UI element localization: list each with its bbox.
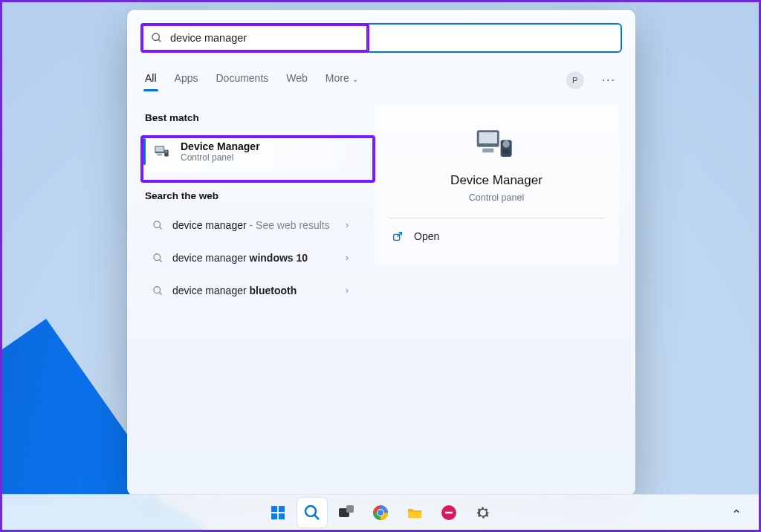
svg-line-8 — [159, 227, 161, 229]
svg-point-0 — [152, 33, 159, 40]
app-icon — [440, 504, 458, 522]
search-input-container[interactable] — [140, 23, 622, 53]
gear-icon — [474, 504, 492, 522]
svg-point-5 — [165, 150, 167, 152]
chevron-right-icon: › — [346, 285, 349, 296]
svg-rect-23 — [279, 513, 285, 519]
web-result-suffix: windows 10 — [250, 252, 308, 264]
open-action[interactable]: Open — [389, 218, 604, 254]
taskbar-app-chrome[interactable] — [366, 498, 395, 528]
svg-line-10 — [159, 259, 161, 262]
more-options-button[interactable]: ··· — [599, 74, 619, 87]
chrome-icon — [372, 504, 389, 522]
chevron-down-icon: ⌄ — [352, 75, 358, 83]
taskbar-app-explorer[interactable] — [400, 498, 430, 528]
web-result-text: device manager — [172, 285, 250, 296]
svg-rect-3 — [155, 147, 163, 152]
tab-documents[interactable]: Documents — [214, 69, 270, 91]
chevron-up-icon — [732, 507, 741, 516]
best-match-title: Device Manager — [181, 140, 260, 152]
search-tabs: All Apps Documents Web More⌄ P ··· — [127, 56, 635, 91]
svg-point-16 — [502, 140, 509, 147]
search-icon — [152, 285, 163, 296]
result-preview-card: Device Manager Control panel Open — [374, 103, 619, 265]
taskbar-app-settings[interactable] — [468, 498, 498, 528]
svg-line-12 — [159, 292, 161, 294]
web-result-suffix: - See web results — [247, 219, 330, 231]
system-tray — [726, 494, 747, 530]
tab-web[interactable]: Web — [285, 69, 309, 91]
start-button[interactable] — [263, 498, 293, 528]
taskbar-app-generic[interactable] — [434, 498, 464, 528]
open-label: Open — [414, 230, 439, 242]
preview-subtitle: Control panel — [469, 192, 524, 203]
web-result-text: device manager — [172, 252, 250, 264]
tab-all[interactable]: All — [143, 69, 158, 91]
tab-more[interactable]: More⌄ — [324, 69, 360, 91]
folder-icon — [406, 504, 424, 522]
preview-column: Device Manager Control panel Open — [357, 99, 635, 496]
best-match-result[interactable]: Device Manager Control panel — [143, 131, 357, 172]
device-manager-icon — [152, 142, 172, 161]
svg-rect-27 — [346, 505, 354, 513]
svg-line-25 — [315, 515, 320, 519]
web-result-2[interactable]: device manager bluetooth › — [143, 274, 357, 307]
search-icon — [152, 253, 163, 264]
search-flyout: All Apps Documents Web More⌄ P ··· Best … — [127, 10, 635, 496]
device-manager-large-icon — [474, 124, 519, 164]
user-avatar[interactable]: P — [566, 71, 584, 89]
taskbar-search-button[interactable] — [297, 498, 327, 528]
svg-rect-22 — [271, 513, 277, 519]
web-result-0[interactable]: device manager - See web results › — [143, 209, 357, 241]
best-match-subtitle: Control panel — [181, 152, 260, 163]
open-external-icon — [392, 230, 404, 242]
web-result-text: device manager — [172, 219, 247, 231]
task-view-icon — [337, 504, 355, 522]
task-view-button[interactable] — [331, 498, 361, 528]
svg-rect-17 — [503, 150, 509, 155]
svg-rect-14 — [479, 132, 497, 143]
svg-rect-6 — [158, 154, 163, 155]
svg-point-9 — [154, 253, 161, 260]
svg-point-11 — [154, 286, 161, 293]
svg-line-1 — [158, 39, 161, 42]
search-icon — [303, 504, 321, 522]
search-icon — [152, 220, 163, 231]
chevron-right-icon: › — [346, 220, 349, 230]
preview-title: Device Manager — [450, 173, 543, 188]
svg-rect-20 — [271, 506, 277, 512]
svg-rect-21 — [279, 506, 285, 512]
search-input[interactable] — [170, 32, 612, 44]
svg-point-33 — [378, 510, 383, 516]
svg-point-7 — [154, 221, 161, 227]
best-match-heading: Best match — [143, 106, 357, 131]
web-result-1[interactable]: device manager windows 10 › — [143, 241, 357, 274]
web-result-suffix: bluetooth — [250, 285, 297, 296]
search-web-heading: Search the web — [143, 184, 357, 209]
tray-overflow-button[interactable] — [726, 504, 747, 521]
svg-point-24 — [305, 506, 316, 516]
chevron-right-icon: › — [346, 253, 349, 263]
search-icon — [151, 32, 163, 44]
svg-rect-18 — [482, 149, 493, 153]
results-column: Best match Device Manager Control panel … — [127, 99, 357, 496]
tab-apps[interactable]: Apps — [173, 69, 200, 91]
taskbar — [2, 494, 759, 530]
windows-logo-icon — [269, 504, 287, 522]
